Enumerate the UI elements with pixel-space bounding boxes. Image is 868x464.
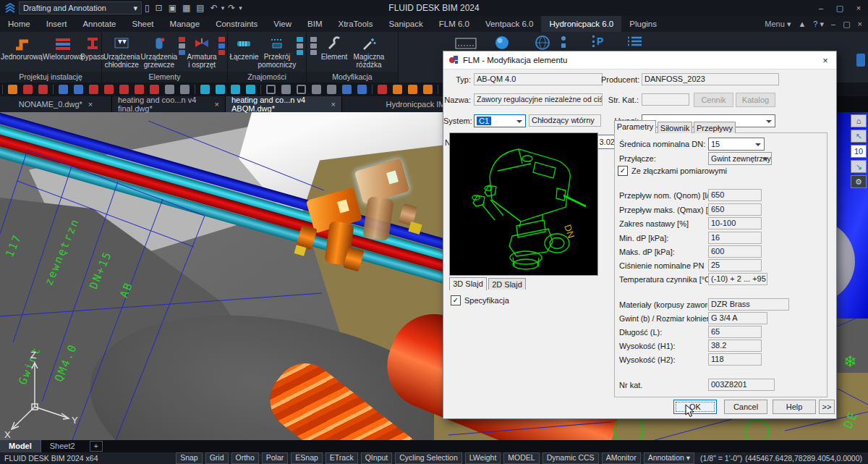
tab-xtratools[interactable]: XtraTools (330, 16, 380, 32)
connection-button[interactable]: Łączenie (229, 34, 259, 61)
menu-dropdown[interactable]: Menu ▾ (765, 20, 791, 29)
help-button[interactable]: Help (773, 400, 816, 414)
nav-pan-button[interactable]: ↖ (851, 130, 867, 143)
close-button[interactable]: × (849, 4, 868, 12)
add-layout-button[interactable]: + (90, 441, 103, 452)
tab-manage[interactable]: Manage (162, 16, 208, 32)
qat-element-icon[interactable] (378, 85, 387, 94)
plot-icon[interactable]: ▤ (196, 1, 204, 15)
tab-flm[interactable]: FLM 6.0 (431, 16, 477, 32)
qat-connector-icon[interactable] (150, 85, 159, 94)
qat-heater-icon[interactable] (74, 85, 83, 94)
qat-copy-icon[interactable] (180, 85, 190, 94)
doc-close-icon[interactable]: × (858, 20, 862, 28)
katalog-button[interactable]: Katalog (736, 93, 775, 107)
qat-table-icon[interactable] (165, 85, 174, 94)
undo-icon[interactable]: ↶ (210, 1, 218, 15)
tab-ventpack[interactable]: Ventpack 6.0 (477, 16, 542, 32)
qat-line-icon[interactable] (281, 85, 291, 94)
preview-tab-2d[interactable]: 2D Slajd (488, 278, 526, 290)
dn-combo[interactable]: 15 (708, 138, 765, 151)
single-pipe-button[interactable]: Jednorurową (1, 34, 42, 61)
help-icon[interactable]: ? ▾ (813, 20, 824, 29)
toggle-dynamic-ccs[interactable]: Dynamic CCS (542, 452, 599, 464)
tab-view[interactable]: View (265, 16, 299, 32)
qat-pick-icon[interactable] (327, 85, 336, 94)
system-combo[interactable]: C1 (474, 114, 526, 127)
tab-parametry[interactable]: Parametry (614, 120, 656, 133)
doc-tab-noname[interactable]: NONAME_0.dwg*× (0, 96, 112, 112)
save-icon[interactable]: ▣ (169, 1, 176, 15)
annotation-scale-select[interactable]: Annotation ▾ (644, 452, 694, 464)
qat-pspace-icon[interactable] (342, 85, 352, 94)
cooling-devices-button[interactable]: Urządzenia chłodnicze (103, 34, 140, 69)
doc-tab-final[interactable]: heating and coo...n v4 final.dwg*× (112, 96, 226, 112)
collapse-ribbon-icon[interactable]: ▲ (798, 20, 806, 28)
qat-sprinkler-icon[interactable] (231, 85, 240, 94)
more-button[interactable]: >> (819, 400, 835, 414)
dialog-close-icon[interactable]: × (814, 55, 836, 66)
list-icon[interactable] (627, 36, 643, 51)
nav-settings-gear-icon[interactable]: ⚙ (851, 175, 867, 188)
qat-match-icon[interactable] (246, 85, 255, 94)
qat-fitting-icon[interactable] (119, 85, 129, 94)
qat-radiator-icon[interactable] (408, 85, 417, 94)
nav-orbit-button[interactable]: ↘ (851, 160, 867, 173)
tab-insert[interactable]: Insert (38, 16, 75, 32)
qat-bypass-icon[interactable] (23, 85, 33, 94)
tab-plugins[interactable]: Plugins (621, 16, 665, 32)
qat-wrench-icon[interactable] (312, 85, 321, 94)
preview-tab-3d[interactable]: 3D Slajd (449, 277, 487, 290)
tab-sheet[interactable]: Sheet (124, 16, 162, 32)
toggle-qinput[interactable]: QInput (361, 452, 393, 464)
tab-constraints[interactable]: Constraints (208, 16, 265, 32)
multi-pipe-button[interactable]: Wielorurową (43, 34, 83, 61)
cancel-button[interactable]: Cancel (724, 400, 767, 414)
toggle-esnap[interactable]: ESnap (291, 452, 323, 464)
new-file-icon[interactable]: ▯ (145, 1, 150, 15)
tab-close-icon[interactable]: × (88, 100, 93, 109)
dialog-title-bar[interactable]: FLM - Modyfikacja elementu × (443, 51, 836, 69)
redo-caret-icon[interactable]: ▾ (239, 1, 242, 15)
toggle-grid[interactable]: Grid (205, 452, 229, 464)
tab-home[interactable]: Home (0, 16, 38, 32)
tab-przeplywy[interactable]: Przepływy (694, 122, 736, 133)
p-space-icon[interactable]: P (592, 35, 603, 47)
tab-bim[interactable]: BIM (299, 16, 330, 32)
small-tools-icon[interactable] (559, 35, 568, 52)
qat-circle-icon[interactable] (266, 85, 276, 94)
slide-icon[interactable] (455, 38, 477, 52)
armature-mini-icons[interactable] (218, 34, 226, 56)
tab-sanipack[interactable]: Sanipack (380, 16, 430, 32)
workspace-select[interactable]: Drafting and Annotation ▾ (19, 1, 142, 14)
cennik-button[interactable]: Cennik (694, 93, 733, 107)
toggle-cycling-selection[interactable]: Cycling Selection (395, 452, 462, 464)
qat-chiller-icon[interactable] (59, 85, 68, 94)
toggle-amonitor[interactable]: AMonitor (602, 452, 641, 464)
heating-devices-button[interactable]: Urządzenia grzewcze (141, 34, 178, 69)
doc-tab-abqm[interactable]: heating and co...n v4 ABQM.dwg*× (226, 96, 342, 112)
qat-coupling-icon[interactable] (200, 85, 210, 94)
qat-section-icon[interactable] (216, 85, 225, 94)
toggle-ortho[interactable]: Ortho (231, 452, 259, 464)
specyfikacja-checkbox[interactable]: ✓ Specyfikacja (451, 295, 509, 305)
qat-pump-icon[interactable] (104, 85, 114, 94)
aux-section-button[interactable]: Przekrój pomocniczy (260, 34, 294, 69)
layout-tab-sheet2[interactable]: Sheet2 (41, 440, 84, 452)
qat-boiler-icon[interactable] (423, 85, 433, 94)
undo-caret-icon[interactable]: ▾ (221, 1, 225, 15)
tab-silownik[interactable]: Siłownik (658, 122, 692, 133)
zlaczki-checkbox[interactable]: ✓ Ze złączkami pomiarowymi (618, 166, 727, 176)
doc-minimize-icon[interactable]: – (831, 20, 835, 28)
minimize-button[interactable]: – (812, 4, 830, 12)
toggle-model[interactable]: MODEL (503, 452, 539, 464)
tab-annotate[interactable]: Annotate (75, 16, 124, 32)
znajomosci-mini-icons[interactable] (295, 34, 305, 56)
save-as-icon[interactable]: ▦ (182, 1, 190, 15)
toggle-lweight[interactable]: LWeight (465, 452, 501, 464)
redo-icon[interactable]: ↷ (228, 1, 235, 15)
bypass-button[interactable]: Bypass (84, 34, 101, 61)
ok-button[interactable]: OK (673, 400, 717, 414)
maximize-button[interactable]: ▢ (830, 4, 849, 13)
open-file-icon[interactable]: ⊡ (156, 1, 163, 15)
